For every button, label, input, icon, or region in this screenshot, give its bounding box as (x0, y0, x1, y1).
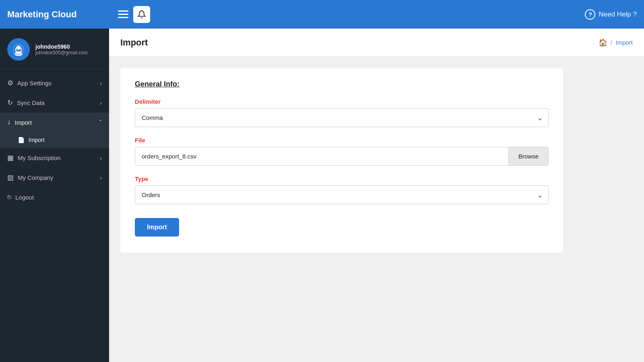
home-icon[interactable]: 🏠 (599, 38, 607, 47)
file-label: File (135, 137, 549, 144)
sidebar-item-label: My Company (18, 174, 53, 181)
brand-title: Marketing Cloud (7, 9, 116, 20)
chevron-right-icon: › (100, 175, 102, 181)
type-field-group: Type Orders Customers Products Contacts … (135, 175, 549, 204)
delimiter-select-wrapper: Comma Semicolon Tab Pipe ⌄ (135, 108, 549, 127)
file-text-input[interactable] (135, 147, 508, 165)
section-title: General Info: (135, 80, 549, 88)
user-name: johndoe5960 (35, 43, 88, 50)
type-select-wrapper: Orders Customers Products Contacts ⌄ (135, 185, 549, 204)
file-field-group: File Browse (135, 137, 549, 166)
sidebar-item-import[interactable]: ↓ Import ˅ (0, 113, 109, 132)
help-button[interactable]: ? Need Help ? (585, 9, 637, 20)
breadcrumb: 🏠 / Import (599, 38, 633, 47)
sidebar-item-label: My Subscription (18, 154, 61, 161)
top-nav: Marketing Cloud ? Need Help ? (0, 0, 644, 29)
user-email: johndoe505@gmail.com (35, 50, 88, 56)
sidebar-item-label: Import (15, 119, 32, 126)
sidebar-item-label: Logout (15, 194, 34, 201)
content-area: Import 🏠 / Import General Info: Delimite… (109, 29, 644, 362)
hamburger-button[interactable] (118, 10, 128, 18)
logout-icon: ⎋ (7, 193, 11, 201)
gear-icon: ⚙ (7, 79, 13, 87)
breadcrumb-separator: / (611, 39, 612, 46)
user-section: johndoe5960 johndoe505@gmail.com (0, 29, 109, 69)
sidebar-item-my-company[interactable]: ▨ My Company › (0, 168, 109, 187)
sidebar-item-my-subscription[interactable]: ▦ My Subscription › (0, 148, 109, 168)
nav-items: ⚙ App Settings › ↻ Sync Data › ↓ Import … (0, 69, 109, 362)
page-title: Import (120, 37, 148, 48)
sidebar-subitem-label: Import (29, 137, 45, 143)
main-content: General Info: Delimiter Comma Semicolon … (109, 57, 644, 362)
help-label: Need Help ? (599, 10, 637, 19)
subscription-icon: ▦ (7, 154, 14, 162)
user-info: johndoe5960 johndoe505@gmail.com (35, 43, 88, 56)
form-card: General Info: Delimiter Comma Semicolon … (120, 68, 563, 253)
chevron-right-icon: › (100, 155, 102, 161)
sidebar-item-label: App Settings (17, 80, 52, 86)
help-icon: ? (585, 9, 595, 20)
sidebar-item-sync-data[interactable]: ↻ Sync Data › (0, 93, 109, 113)
chevron-down-icon: ˅ (99, 119, 102, 125)
breadcrumb-bar: Import 🏠 / Import (109, 29, 644, 57)
delimiter-field-group: Delimiter Comma Semicolon Tab Pipe ⌄ (135, 98, 549, 127)
avatar (7, 38, 30, 61)
download-icon: ↓ (7, 118, 11, 126)
notification-button[interactable] (133, 6, 150, 23)
browse-button[interactable]: Browse (508, 147, 548, 165)
nav-icons (118, 6, 150, 23)
sync-icon: ↻ (7, 99, 13, 107)
main-layout: johndoe5960 johndoe505@gmail.com ⚙ App S… (0, 29, 644, 362)
delimiter-select[interactable]: Comma Semicolon Tab Pipe (135, 108, 549, 127)
breadcrumb-current: Import (615, 39, 633, 46)
type-select[interactable]: Orders Customers Products Contacts (135, 185, 549, 204)
file-icon: 📄 (18, 137, 25, 143)
type-label: Type (135, 175, 549, 182)
sidebar-subitem-import[interactable]: 📄 Import (0, 132, 109, 148)
sidebar-item-logout[interactable]: ⎋ Logout (0, 187, 109, 207)
delimiter-label: Delimiter (135, 98, 549, 105)
sidebar: johndoe5960 johndoe505@gmail.com ⚙ App S… (0, 29, 109, 362)
import-button[interactable]: Import (135, 218, 179, 237)
sidebar-item-app-settings[interactable]: ⚙ App Settings › (0, 73, 109, 93)
chevron-right-icon: › (100, 100, 102, 106)
sidebar-item-label: Sync Data (17, 99, 45, 106)
company-icon: ▨ (7, 173, 14, 182)
file-input-row: Browse (135, 147, 549, 166)
chevron-right-icon: › (100, 80, 102, 86)
